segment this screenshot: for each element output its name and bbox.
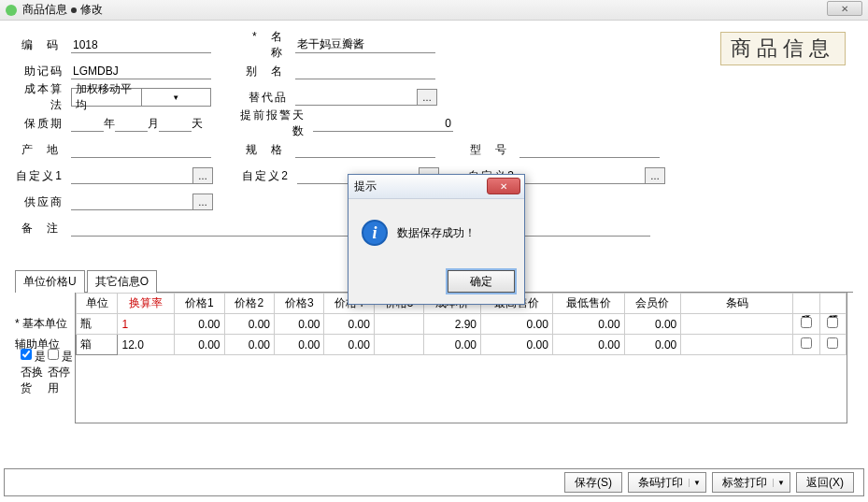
info-icon: i: [362, 220, 388, 246]
dialog-message: 数据保存成功！: [397, 225, 476, 241]
dialog-title: 提示: [354, 179, 377, 194]
dialog-titlebar: 提示 ✕: [349, 175, 524, 199]
save-success-dialog: 提示 ✕ i 数据保存成功！ 确定: [348, 174, 525, 305]
dialog-mask: 提示 ✕ i 数据保存成功！ 确定: [0, 0, 868, 502]
dialog-close-button[interactable]: ✕: [487, 178, 520, 194]
dialog-ok-button[interactable]: 确定: [448, 270, 515, 293]
